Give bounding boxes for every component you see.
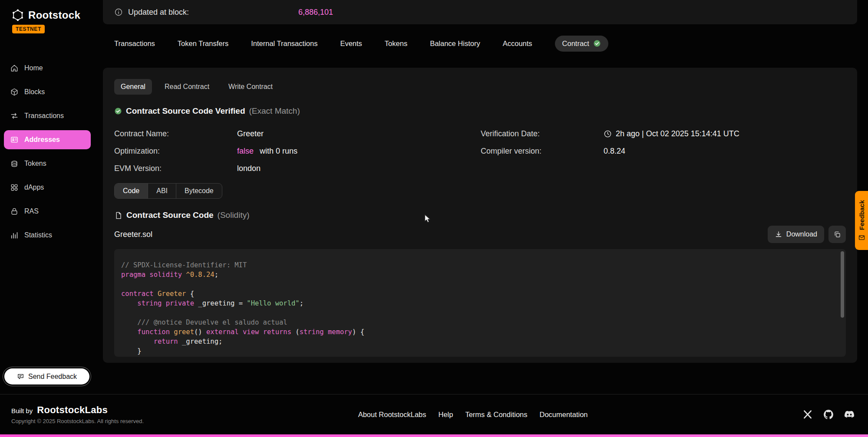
code-scrollbar-thumb[interactable] [841,251,844,318]
verified-check-icon [114,107,122,115]
transactions-icon [10,112,19,120]
footer-link-help[interactable]: Help [439,411,453,419]
sidebar-item-label: Blocks [24,88,45,96]
feedback-side-tab[interactable]: Feedback [855,191,868,250]
x-twitter-icon[interactable] [802,409,813,420]
tab-internal-transactions[interactable]: Internal Transactions [251,39,317,48]
sidebar-item-blocks[interactable]: Blocks [4,82,91,102]
home-icon [10,64,19,72]
code-token [170,328,174,336]
code-token [121,299,137,307]
tab-balance-history[interactable]: Balance History [430,39,480,48]
optimization-label: Optimization: [114,147,237,156]
code-line [121,279,835,289]
code-line [121,308,835,318]
optimization-runs-value: with 0 runs [257,147,297,156]
sidebar-item-label: Statistics [24,231,52,239]
main-content: Updated at block: 6,886,101 Transactions… [95,0,868,394]
sidebar: Rootstock TESTNET Home Blocks [0,0,95,394]
block-number-link[interactable]: 6,886,101 [298,8,333,17]
tab-token-transfers[interactable]: Token Transfers [178,39,228,48]
source-code-viewer: // SPDX-License-Identifier: MIT pragma s… [114,249,846,357]
sidebar-item-home[interactable]: Home [4,59,91,78]
send-feedback-label: Send Feedback [28,373,77,381]
code-token: ; [300,299,304,307]
sidebar-item-statistics[interactable]: Statistics [4,226,91,245]
tab-tokens[interactable]: Tokens [385,39,407,48]
compiler-version-label: Compiler version: [481,147,604,156]
bytecode-tab[interactable]: Bytecode [176,184,222,198]
tab-accounts[interactable]: Accounts [503,39,532,48]
code-token: ) { [352,328,364,336]
statistics-icon [10,231,19,240]
content-row: Rootstock TESTNET Home Blocks [0,0,868,394]
sidebar-item-transactions[interactable]: Transactions [4,106,91,125]
sidebar-item-addresses[interactable]: Addresses [4,130,91,149]
compiler-version-value: 0.8.24 [604,147,625,156]
tab-transactions[interactable]: Transactions [114,39,155,48]
source-file-name: Greeter.sol [114,230,152,239]
feedback-tab-label: Feedback [858,200,865,230]
evm-version-value: london [237,164,261,173]
source-code-title: Contract Source Code [126,210,214,220]
code-token: { [186,290,194,298]
sidebar-item-label: Tokens [24,160,46,168]
code-line: return _greeting; [121,337,835,346]
code-token: greet [174,328,194,336]
code-view-switcher: Code ABI Bytecode [114,183,222,199]
sidebar-item-ras[interactable]: RAS [4,202,91,221]
code-token: return [154,338,178,345]
contract-card: General Read Contract Write Contract Con… [103,68,857,363]
code-line: string private _greeting = "Hello world"… [121,299,835,308]
sidebar-item-tokens[interactable]: Tokens [4,154,91,173]
code-line: } [121,346,835,356]
addresses-icon [10,135,19,144]
subtab-read-contract[interactable]: Read Contract [158,79,216,95]
send-feedback-button[interactable]: Send Feedback [4,368,89,384]
bottom-accent-bar [0,434,868,437]
code-token: ( [291,328,300,336]
code-tab[interactable]: Code [115,184,148,198]
code-token: string memory [300,328,352,336]
info-icon [114,8,123,16]
code-token: _greeting = [194,299,247,307]
brand-block: Rootstock TESTNET [0,9,95,33]
dapps-icon [10,183,19,192]
footer-brand-block: Built by RootstockLabs Copyright © 2025 … [11,404,144,424]
footer-link-terms[interactable]: Terms & Conditions [465,411,527,419]
built-by-label: Built by [11,407,33,414]
code-token: Greeter [158,290,186,298]
updated-block-bar: Updated at block: 6,886,101 [103,0,857,24]
download-label: Download [786,230,817,238]
subtab-general[interactable]: General [114,79,152,95]
download-icon [775,230,782,238]
abi-tab[interactable]: ABI [148,184,176,198]
contract-fields: Contract Name: Greeter Verification Date… [114,125,846,177]
field-evm-version: EVM Version: london [114,160,481,177]
copy-icon [833,230,841,238]
code-line: pragma solidity ^0.8.24; [121,270,835,279]
footer-link-about[interactable]: About RootstockLabs [358,411,426,419]
sidebar-item-dapps[interactable]: dApps [4,178,91,197]
subtab-write-contract[interactable]: Write Contract [222,79,279,95]
download-button[interactable]: Download [768,226,824,243]
footer-link-documentation[interactable]: Documentation [540,411,588,419]
tab-events[interactable]: Events [340,39,362,48]
discord-icon[interactable] [844,409,855,420]
brand-name[interactable]: Rootstock [28,9,80,21]
copy-code-button[interactable] [828,226,846,243]
sidebar-nav: Home Blocks Transactions Addresses [0,59,95,245]
tab-contract-label: Contract [562,39,589,48]
tab-contract[interactable]: Contract [555,36,608,52]
footer-links: About RootstockLabs Help Terms & Conditi… [358,411,588,419]
code-line: function greet() external view returns (… [121,327,835,337]
code-token: pragma solidity [121,271,186,279]
blocks-icon [10,88,19,96]
envelope-icon [858,234,865,241]
rootstocklabs-wordmark[interactable]: RootstockLabs [37,404,108,416]
optimization-false-value: false [237,147,254,156]
github-icon[interactable] [823,409,834,420]
lock-icon [10,207,19,216]
verified-suffix: (Exact Match) [249,106,300,116]
footer-social [802,409,855,420]
